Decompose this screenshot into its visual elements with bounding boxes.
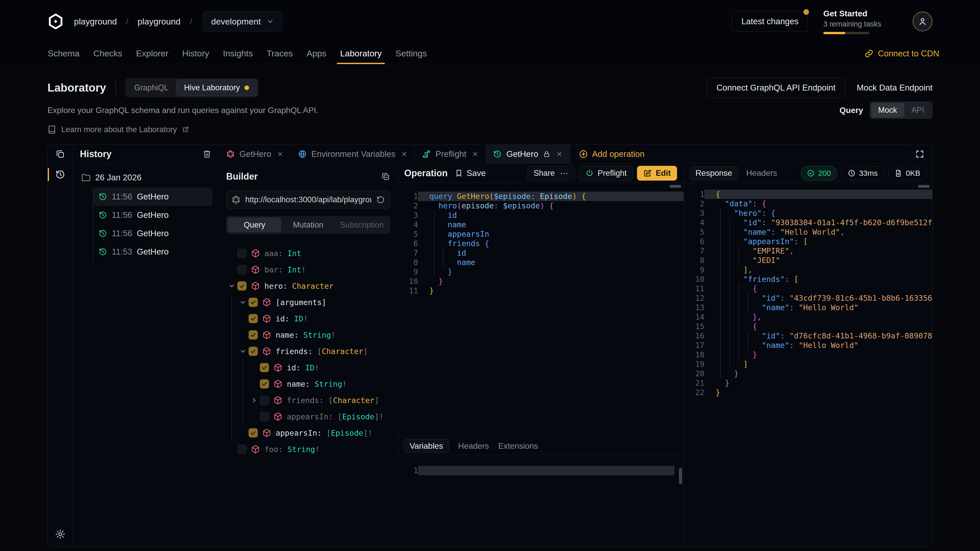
operation-tab-preflight[interactable]: Preflight <box>415 144 486 163</box>
field-checkbox[interactable] <box>260 380 269 389</box>
tree-field-row[interactable]: foo: String! <box>226 441 390 457</box>
field-checkbox[interactable] <box>237 249 247 258</box>
query-editor[interactable]: 1query GetHero($episode: Episode) {2 her… <box>398 183 684 437</box>
code-line: 17 "name": "Hello World" <box>684 341 932 350</box>
fullscreen-button[interactable] <box>907 144 932 163</box>
history-item[interactable]: 11:56GetHero <box>94 206 213 224</box>
save-button[interactable]: Save <box>455 168 486 178</box>
settings-button[interactable] <box>55 529 65 539</box>
refresh-schema-button[interactable] <box>376 195 385 204</box>
query-target-mock[interactable]: Mock <box>871 103 904 118</box>
field-checkbox[interactable] <box>248 314 258 323</box>
field-checkbox[interactable] <box>260 412 269 421</box>
chevron-right-icon[interactable] <box>248 397 260 404</box>
tab-response[interactable]: Response <box>690 166 738 180</box>
more-icon[interactable]: ⋯ <box>560 168 569 178</box>
nav-tab-traces[interactable]: Traces <box>260 43 300 64</box>
field-checkbox[interactable] <box>248 347 258 356</box>
variables-editor[interactable]: 1 <box>398 455 684 547</box>
tree-field-row[interactable]: id: ID! <box>226 310 390 327</box>
nav-tab-checks[interactable]: Checks <box>86 43 129 64</box>
chevron-down-icon[interactable] <box>237 348 248 355</box>
code-line: 19 ] <box>684 359 932 369</box>
field-checkbox[interactable] <box>260 363 269 372</box>
tab-headers[interactable]: Headers <box>458 441 489 451</box>
tab-close-icon[interactable] <box>556 151 563 157</box>
clear-history-button[interactable] <box>202 149 212 159</box>
tree-field-row[interactable]: hero: Character <box>226 278 390 294</box>
scrollbar-thumb[interactable] <box>670 185 681 188</box>
chevron-down-icon[interactable] <box>237 299 248 306</box>
history-date-group[interactable]: 26 Jan 2026 <box>73 173 219 183</box>
tree-field-row[interactable]: aaa: Int <box>226 245 390 262</box>
mode-graphiql[interactable]: GraphiQL <box>127 79 176 96</box>
tab-close-icon[interactable] <box>401 151 407 157</box>
endpoint-url-input[interactable]: http://localhost:3000/api/lab/playground <box>226 191 390 209</box>
mock-endpoint-button[interactable]: Mock Data Endpoint <box>857 83 932 93</box>
op-type-mutation[interactable]: Mutation <box>281 218 335 232</box>
tab-response-headers[interactable]: Headers <box>746 168 777 178</box>
field-checkbox[interactable] <box>237 281 247 291</box>
tree-field-row[interactable]: friends: [Character] <box>226 392 390 408</box>
tree-field-row[interactable]: name: String! <box>226 327 390 343</box>
nav-tab-insights[interactable]: Insights <box>216 43 260 64</box>
history-item[interactable]: 11:53GetHero <box>94 243 213 261</box>
user-avatar[interactable] <box>913 11 932 32</box>
tab-close-icon[interactable] <box>472 151 479 157</box>
history-item[interactable]: 11:56GetHero <box>94 187 213 206</box>
response-viewer[interactable]: 1{2 "data": {3 "hero": {4 "id": "9303830… <box>684 183 932 547</box>
tab-extensions[interactable]: Extensions <box>498 441 538 451</box>
scrollbar-thumb[interactable] <box>679 468 682 484</box>
breadcrumb-project[interactable]: playground <box>138 17 180 27</box>
get-started-widget[interactable]: Get Started 3 remaining tasks <box>823 9 897 34</box>
tab-close-icon[interactable] <box>277 151 283 157</box>
query-target-api[interactable]: API <box>904 103 931 118</box>
nav-tab-schema[interactable]: Schema <box>41 43 86 64</box>
learn-more-link[interactable]: Learn more about the Laboratory <box>61 125 177 134</box>
field-checkbox[interactable] <box>248 298 258 307</box>
connect-to-cdn-link[interactable]: Connect to CDN <box>865 43 939 64</box>
tab-variables[interactable]: Variables <box>404 439 449 453</box>
indent-guide <box>720 359 721 369</box>
code-line: 3 id <box>398 210 684 220</box>
operation-tab-gethero[interactable]: GetHero <box>219 144 291 163</box>
tree-field-row[interactable]: [arguments] <box>226 294 390 310</box>
nav-tab-history[interactable]: History <box>175 43 216 64</box>
operation-tab-gethero[interactable]: GetHero <box>486 144 570 163</box>
lock-icon <box>543 150 550 158</box>
nav-tab-laboratory[interactable]: Laboratory <box>333 43 389 64</box>
mode-hive-laboratory[interactable]: Hive Laboratory <box>176 79 257 96</box>
tree-field-row[interactable]: appearsIn: [Episode]! <box>226 408 390 425</box>
collapse-all-button[interactable] <box>381 172 390 181</box>
share-button[interactable]: Share⋯ <box>527 166 575 181</box>
tree-field-row[interactable]: friends: [Character] <box>226 343 390 359</box>
field-checkbox[interactable] <box>248 428 258 437</box>
environment-select[interactable]: development <box>203 11 282 32</box>
connect-endpoint-button[interactable]: Connect GraphQL API Endpoint <box>707 78 845 98</box>
preflight-button[interactable]: Preflight <box>579 166 633 181</box>
field-checkbox[interactable] <box>260 395 269 405</box>
add-operation-button[interactable]: Add operation <box>570 144 653 163</box>
field-checkbox[interactable] <box>237 445 247 454</box>
tree-field-row[interactable]: appearsIn: [Episode]! <box>226 425 390 441</box>
scrollbar-thumb[interactable] <box>918 185 930 188</box>
field-checkbox[interactable] <box>237 265 247 274</box>
op-type-subscription[interactable]: Subscription <box>335 218 389 232</box>
tree-field-row[interactable]: name: String! <box>226 376 390 392</box>
nav-tab-explorer[interactable]: Explorer <box>129 43 175 64</box>
tree-field-row[interactable]: id: ID! <box>226 359 390 376</box>
field-checkbox[interactable] <box>248 330 258 340</box>
chevron-down-icon[interactable] <box>226 283 237 289</box>
tree-field-row[interactable]: bar: Int! <box>226 262 390 278</box>
rail-item-history[interactable] <box>48 164 73 186</box>
rail-pages-button[interactable] <box>48 144 73 163</box>
op-type-query[interactable]: Query <box>228 218 281 232</box>
operation-tab-environment-variables[interactable]: Environment Variables <box>291 144 415 163</box>
latest-changes-button[interactable]: Latest changes <box>732 11 808 32</box>
breadcrumb-org[interactable]: playground <box>74 17 117 27</box>
nav-tab-settings[interactable]: Settings <box>388 43 434 64</box>
line-content: ], <box>704 265 932 275</box>
nav-tab-apps[interactable]: Apps <box>300 43 333 64</box>
history-item[interactable]: 11:56GetHero <box>94 224 213 243</box>
edit-button[interactable]: Edit <box>637 166 677 181</box>
